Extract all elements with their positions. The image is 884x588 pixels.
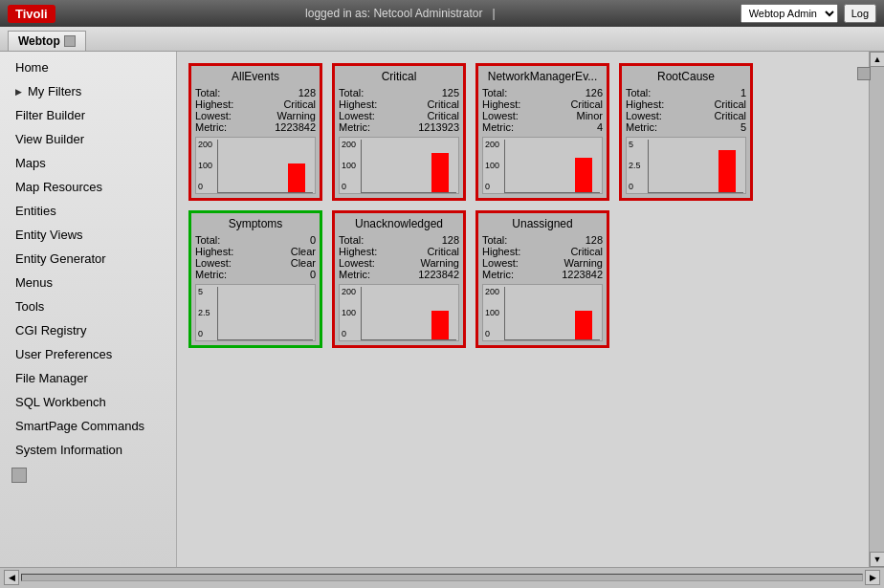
statusbar: ◀ ▶ bbox=[0, 567, 884, 586]
webtop-select[interactable]: Webtop Admin bbox=[740, 4, 838, 23]
stat-value: Warning bbox=[564, 257, 603, 269]
sidebar-item-view-builder[interactable]: View Builder bbox=[0, 127, 176, 151]
card-title-unassigned: Unassigned bbox=[482, 217, 603, 230]
sidebar-item-tools[interactable]: Tools bbox=[0, 294, 176, 318]
stat-value: Critical bbox=[714, 98, 746, 110]
stat-row: Lowest:Critical bbox=[339, 110, 459, 121]
chart-y-axis: 52.50 bbox=[627, 138, 648, 193]
stat-value: 1213923 bbox=[418, 121, 459, 133]
stat-row: Metric:0 bbox=[195, 269, 316, 280]
scroll-up-button[interactable]: ▲ bbox=[870, 52, 884, 67]
stat-value: Clear bbox=[291, 246, 316, 257]
stat-value: Minor bbox=[576, 110, 603, 121]
topbar-right: Webtop Admin Log bbox=[740, 4, 876, 23]
card-stats-critical: Total:125Highest:CriticalLowest:Critical… bbox=[339, 87, 459, 133]
chart-y-axis: 2001000 bbox=[340, 138, 361, 193]
stat-row: Highest:Critical bbox=[482, 98, 603, 110]
sidebar-item-entity-views[interactable]: Entity Views bbox=[0, 223, 176, 247]
right-scrollbar[interactable]: ▲ ▼ bbox=[869, 52, 884, 567]
stat-label: Metric: bbox=[195, 269, 227, 280]
stat-value: Critical bbox=[427, 110, 459, 121]
chart-bar-area bbox=[361, 287, 456, 340]
sidebar-item-cgi-registry[interactable]: CGI Registry bbox=[0, 318, 176, 342]
chart-bar bbox=[431, 311, 449, 339]
scroll-right-button[interactable]: ▶ bbox=[865, 570, 880, 585]
main-area: HomeMy FiltersFilter BuilderView Builder… bbox=[0, 52, 884, 567]
login-text: logged in as: Netcool Administrator | bbox=[67, 7, 740, 20]
stat-label: Metric: bbox=[195, 121, 227, 133]
card-title-root-cause: RootCause bbox=[626, 70, 746, 83]
stat-row: Metric:1223842 bbox=[339, 269, 459, 280]
stat-label: Highest: bbox=[339, 246, 377, 257]
card-title-network-manager: NetworkManagerEv... bbox=[482, 70, 603, 83]
stat-row: Metric:1223842 bbox=[195, 121, 316, 133]
sidebar-item-home[interactable]: Home bbox=[0, 55, 176, 79]
sidebar-item-sql-workbench[interactable]: SQL Workbench bbox=[0, 390, 176, 414]
sidebar-item-my-filters[interactable]: My Filters bbox=[0, 79, 176, 103]
stat-row: Highest:Clear bbox=[195, 246, 316, 257]
mini-chart-all-events: 2001000 bbox=[195, 137, 316, 194]
scroll-down-button[interactable]: ▼ bbox=[870, 552, 884, 567]
sidebar-item-maps[interactable]: Maps bbox=[0, 151, 176, 175]
card-title-all-events: AllEvents bbox=[195, 70, 316, 83]
stat-row: Lowest:Warning bbox=[339, 257, 459, 269]
sidebar-edit-icon[interactable] bbox=[11, 468, 27, 483]
stat-row: Total:1 bbox=[626, 87, 746, 98]
card-stats-root-cause: Total:1Highest:CriticalLowest:CriticalMe… bbox=[626, 87, 746, 133]
mini-chart-network-manager: 2001000 bbox=[482, 137, 603, 194]
mini-chart-symptoms: 52.50 bbox=[195, 284, 316, 341]
sidebar-item-smartpage-commands[interactable]: SmartPage Commands bbox=[0, 414, 176, 438]
stat-value: 126 bbox=[586, 87, 603, 98]
stat-row: Highest:Critical bbox=[339, 246, 459, 257]
content-edit-icon[interactable] bbox=[857, 67, 871, 80]
stat-value: 1223842 bbox=[418, 269, 459, 280]
dashboard-card-symptoms[interactable]: SymptomsTotal:0Highest:ClearLowest:Clear… bbox=[188, 210, 322, 348]
sidebar-item-file-manager[interactable]: File Manager bbox=[0, 366, 176, 390]
stat-value: 128 bbox=[442, 234, 459, 246]
stat-label: Total: bbox=[195, 234, 220, 246]
stat-value: 128 bbox=[298, 87, 316, 98]
sidebar-item-map-resources[interactable]: Map Resources bbox=[0, 175, 176, 199]
chart-y-axis: 2001000 bbox=[196, 138, 217, 193]
dashboard-card-critical[interactable]: CriticalTotal:125Highest:CriticalLowest:… bbox=[332, 63, 466, 201]
stat-value: 1 bbox=[740, 87, 746, 98]
stat-label: Metric: bbox=[339, 269, 370, 280]
stat-label: Lowest: bbox=[195, 257, 232, 269]
sidebar: HomeMy FiltersFilter BuilderView Builder… bbox=[0, 52, 177, 567]
dashboard-card-all-events[interactable]: AllEventsTotal:128Highest:CriticalLowest… bbox=[188, 63, 322, 201]
stat-value: 1223842 bbox=[275, 121, 316, 133]
card-title-unacknowledged: Unacknowledged bbox=[339, 217, 459, 230]
chart-bar-area bbox=[648, 140, 743, 193]
chart-y-axis: 2001000 bbox=[483, 285, 504, 340]
stat-value: 5 bbox=[740, 121, 746, 133]
dashboard-card-root-cause[interactable]: RootCauseTotal:1Highest:CriticalLowest:C… bbox=[619, 63, 753, 201]
scroll-left-button[interactable]: ◀ bbox=[4, 570, 19, 585]
dashboard-card-unacknowledged[interactable]: UnacknowledgedTotal:128Highest:CriticalL… bbox=[332, 210, 466, 348]
horizontal-scrolltrack[interactable] bbox=[21, 574, 863, 581]
webtop-tab[interactable]: Webtop bbox=[8, 31, 86, 51]
stat-row: Total:126 bbox=[482, 87, 603, 98]
stat-label: Lowest: bbox=[339, 257, 375, 269]
stat-row: Lowest:Minor bbox=[482, 110, 603, 121]
log-button[interactable]: Log bbox=[844, 4, 876, 23]
chart-y-axis: 52.50 bbox=[196, 285, 217, 340]
dashboard-card-unassigned[interactable]: UnassignedTotal:128Highest:CriticalLowes… bbox=[475, 210, 609, 348]
stat-value: 0 bbox=[310, 234, 316, 246]
sidebar-item-filter-builder[interactable]: Filter Builder bbox=[0, 103, 176, 127]
sidebar-item-entity-generator[interactable]: Entity Generator bbox=[0, 247, 176, 271]
stat-value: Critical bbox=[283, 98, 316, 110]
sidebar-item-user-preferences[interactable]: User Preferences bbox=[0, 342, 176, 366]
sidebar-item-system-information[interactable]: System Information bbox=[0, 438, 176, 462]
stat-row: Highest:Critical bbox=[195, 98, 316, 110]
tab-edit-icon[interactable] bbox=[64, 35, 76, 47]
stat-value: Critical bbox=[427, 246, 459, 257]
stat-label: Total: bbox=[339, 234, 364, 246]
stat-value: 1223842 bbox=[562, 269, 603, 280]
dashboard-card-network-manager[interactable]: NetworkManagerEv...Total:126Highest:Crit… bbox=[475, 63, 609, 201]
stat-row: Metric:5 bbox=[626, 121, 746, 133]
sidebar-item-entities[interactable]: Entities bbox=[0, 199, 176, 223]
stat-row: Highest:Critical bbox=[626, 98, 746, 110]
sidebar-item-menus[interactable]: Menus bbox=[0, 271, 176, 294]
card-stats-unassigned: Total:128Highest:CriticalLowest:WarningM… bbox=[482, 234, 603, 280]
stat-row: Metric:1213923 bbox=[339, 121, 459, 133]
